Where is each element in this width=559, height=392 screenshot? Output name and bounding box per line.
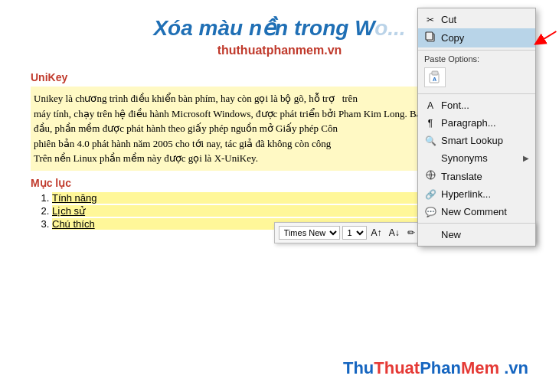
font-size-select[interactable]: 12 [342, 226, 367, 240]
hyperlink-icon: 🔗 [424, 189, 436, 200]
smart-lookup-icon: 🔍 [424, 136, 436, 146]
menu-item-cut[interactable]: ✂ Cut [418, 11, 535, 28]
font-increase-btn[interactable]: A↑ [369, 225, 384, 240]
menu-item-smart-lookup[interactable]: 🔍 Smart Lookup [418, 132, 535, 149]
svg-rect-3 [432, 71, 438, 75]
menu-label-cut: Cut [441, 14, 529, 25]
menu-label-hyperlink: Hyperlink... [441, 188, 529, 200]
menu-separator [418, 50, 535, 51]
font-decrease-btn[interactable]: A↓ [387, 225, 402, 240]
menu-item-new-comment[interactable]: 💬 New Comment [418, 203, 535, 220]
menu-item-font[interactable]: A Font... [418, 96, 535, 114]
menu-label-smart-lookup: Smart Lookup [441, 135, 529, 146]
paste-options-icons: A [418, 65, 535, 91]
menu-label-synonyms: Synonyms [441, 152, 518, 164]
copy-icon [424, 31, 436, 44]
svg-rect-1 [426, 32, 433, 40]
menu-label-copy: Copy [441, 32, 529, 44]
font-icon: A [424, 100, 436, 111]
context-menu: ✂ Cut Copy Paste Options: A [417, 8, 536, 247]
menu-label-translate: Translate [441, 171, 529, 182]
font-select[interactable]: Times New Ro [279, 226, 340, 240]
menu-item-copy[interactable]: Copy [418, 28, 535, 47]
brand-label: ThuThuatPhanMem .vn [343, 358, 528, 378]
menu-item-translate[interactable]: Translate [418, 167, 535, 185]
paste-options-label: Paste Options: [418, 53, 535, 65]
menu-separator-3 [418, 223, 535, 224]
menu-item-new[interactable]: New [418, 226, 535, 243]
paste-icon-btn-1[interactable]: A [424, 67, 446, 87]
menu-item-hyperlink[interactable]: 🔗 Hyperlink... [418, 185, 535, 203]
translate-icon [424, 170, 436, 182]
svg-line-8 [539, 31, 556, 42]
menu-separator-2 [418, 93, 535, 94]
menu-label-new-comment: New Comment [441, 206, 529, 217]
document-area: Xóa màu nền trong Wo... thuthuatphanmem.… [0, 0, 559, 392]
menu-label-font: Font... [441, 100, 529, 111]
paragraph-icon: ¶ [424, 118, 436, 129]
menu-item-synonyms[interactable]: Synonyms ▶ [418, 149, 535, 167]
menu-label-new: New [441, 229, 529, 240]
synonyms-arrow: ▶ [523, 154, 529, 162]
menu-label-paragraph: Paragraph... [441, 117, 529, 129]
format-painter-btn[interactable]: ✏ [404, 225, 418, 240]
svg-text:A: A [433, 77, 436, 82]
new-comment-icon: 💬 [424, 207, 436, 217]
red-arrow [527, 28, 557, 51]
cut-icon: ✂ [424, 15, 436, 25]
menu-item-paragraph[interactable]: ¶ Paragraph... [418, 114, 535, 132]
